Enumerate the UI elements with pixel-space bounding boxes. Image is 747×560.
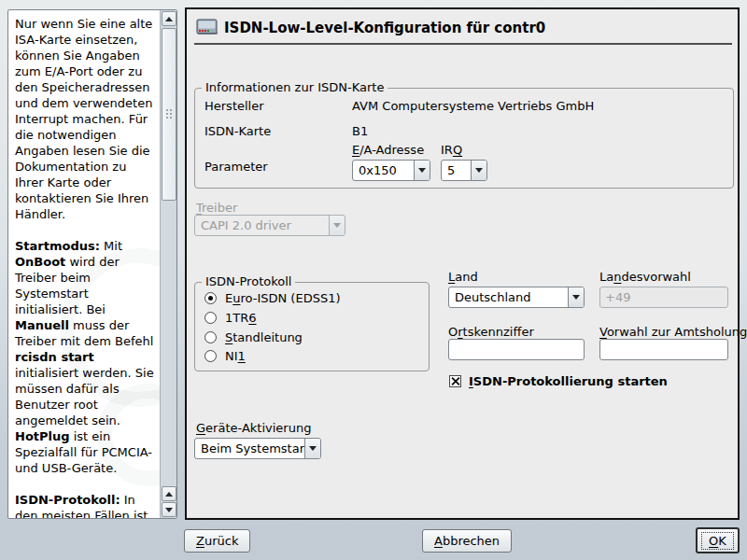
isdn-log-label: ISDN-Protokollierung starten xyxy=(469,374,668,388)
scroll-up-button-bottom[interactable] xyxy=(162,486,176,501)
radio-1tr6[interactable]: 1TR6 xyxy=(204,311,257,325)
country-code-field xyxy=(599,287,728,308)
radio-icon xyxy=(204,331,217,343)
chevron-down-icon xyxy=(572,295,580,300)
scrollbar-thumb[interactable] xyxy=(162,28,176,201)
back-button[interactable]: Zurück xyxy=(184,529,250,553)
irq-combo[interactable]: 5 xyxy=(441,160,487,181)
protocol-frame: ISDN-Protokoll Euro-ISDN (EDSS1) 1TR6 St… xyxy=(194,282,430,371)
vendor-label: Hersteller xyxy=(204,99,264,113)
isdn-log-checkbox[interactable] xyxy=(449,375,461,387)
radio-label: Standleitung xyxy=(225,330,303,344)
area-code-label: Ortskennziffer xyxy=(448,325,534,339)
driver-value: CAPI 2.0 driver xyxy=(195,218,329,232)
country-code-label: Landesvorwahl xyxy=(599,270,691,284)
help-scrollbar[interactable] xyxy=(160,10,176,518)
chevron-up-icon xyxy=(165,17,173,21)
combo-dropdown-button[interactable] xyxy=(568,287,584,307)
isdn-card-icon xyxy=(195,17,219,40)
scroll-down-button[interactable] xyxy=(162,502,176,517)
io-address-value: 0x150 xyxy=(353,163,414,177)
driver-label: Treiber xyxy=(196,201,237,215)
radio-label: NI1 xyxy=(225,349,246,363)
chevron-down-icon xyxy=(309,446,317,451)
io-address-combo[interactable]: 0x150 xyxy=(352,160,430,181)
main-panel: ISDN-Low-Level-Konfiguration für contr0 … xyxy=(185,7,740,520)
ok-button-label: OK xyxy=(701,532,734,550)
radio-label: Euro-ISDN (EDSS1) xyxy=(225,291,341,305)
country-label: Land xyxy=(448,270,478,284)
activation-combo[interactable]: Beim Systemstart xyxy=(194,438,321,459)
combo-dropdown-button[interactable] xyxy=(304,439,320,458)
chevron-down-icon xyxy=(333,223,341,228)
radio-ni1[interactable]: NI1 xyxy=(204,349,246,363)
param-label: Parameter xyxy=(204,160,268,174)
radio-icon xyxy=(204,292,217,304)
io-address-label: E/A-Adresse xyxy=(352,143,424,157)
grip-dots-icon xyxy=(165,108,174,120)
help-paragraph: Startmodus: Mit OnBoot wird der Treiber … xyxy=(15,238,157,476)
abort-button-label: Abbrechen xyxy=(434,534,500,548)
chevron-down-icon xyxy=(475,168,483,173)
activation-label: Geräte-Aktivierung xyxy=(196,421,311,435)
help-text: Nur wenn Sie eine alte ISA-Karte einsetz… xyxy=(15,16,157,519)
vendor-value: AVM Computersysteme Vertriebs GmbH xyxy=(352,99,594,113)
area-code-field[interactable] xyxy=(448,339,585,360)
driver-combo: CAPI 2.0 driver xyxy=(194,215,345,236)
card-value: B1 xyxy=(352,124,368,138)
combo-dropdown-button[interactable] xyxy=(414,161,430,180)
ok-button[interactable]: OK xyxy=(696,527,740,553)
dial-prefix-label: Vorwahl zur Amtsholung xyxy=(599,325,747,339)
country-combo[interactable]: Deutschland xyxy=(448,287,585,308)
radio-euro-isdn[interactable]: Euro-ISDN (EDSS1) xyxy=(204,291,341,305)
back-button-label: Zurück xyxy=(196,534,238,548)
protocol-frame-legend: ISDN-Protokoll xyxy=(202,274,295,288)
help-paragraph: Nur wenn Sie eine alte ISA-Karte einsetz… xyxy=(15,16,157,222)
help-paragraph: ISDN-Protokoll: In den meisten Fällen is… xyxy=(15,492,157,519)
combo-dropdown-button[interactable] xyxy=(471,161,486,180)
radio-label: 1TR6 xyxy=(225,311,257,325)
card-label: ISDN-Karte xyxy=(204,124,271,138)
country-value: Deutschland xyxy=(449,290,568,304)
combo-dropdown-button xyxy=(329,216,345,235)
help-panel: Nur wenn Sie eine alte ISA-Karte einsetz… xyxy=(7,9,177,519)
title-separator xyxy=(194,43,732,45)
radio-standleitung[interactable]: Standleitung xyxy=(204,330,303,344)
info-frame-legend: Informationen zur ISDN-Karte xyxy=(202,80,388,94)
info-frame: Informationen zur ISDN-Karte Hersteller … xyxy=(194,88,734,189)
irq-label: IRQ xyxy=(441,143,462,157)
isdn-config-dialog: Nur wenn Sie eine alte ISA-Karte einsetz… xyxy=(0,0,747,560)
dial-prefix-field[interactable] xyxy=(599,339,728,360)
isdn-log-checkbox-row[interactable]: ISDN-Protokollierung starten xyxy=(449,374,668,388)
chevron-down-icon xyxy=(165,508,173,512)
chevron-down-icon xyxy=(418,168,426,173)
chevron-up-icon xyxy=(165,492,173,497)
irq-value: 5 xyxy=(442,163,471,177)
radio-icon xyxy=(204,350,217,362)
radio-icon xyxy=(204,312,217,324)
abort-button[interactable]: Abbrechen xyxy=(422,529,512,553)
scroll-up-button[interactable] xyxy=(162,11,176,26)
page-title: ISDN-Low-Level-Konfiguration für contr0 xyxy=(224,20,545,36)
activation-value: Beim Systemstart xyxy=(195,441,304,455)
